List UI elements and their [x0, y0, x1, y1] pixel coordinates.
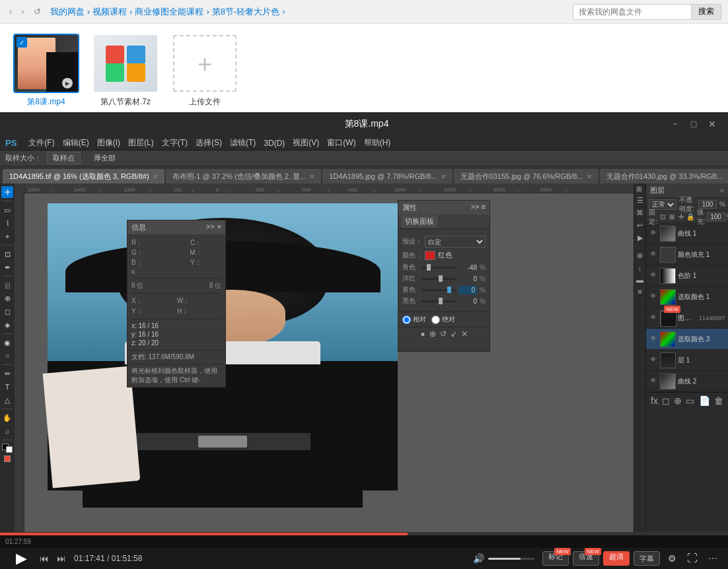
ps-menu-view[interactable]: 视图(V) — [293, 137, 319, 149]
add-layer-style[interactable]: fx — [651, 395, 658, 406]
add-adjustment[interactable]: ⊕ — [674, 395, 682, 406]
strip-icon-histogram[interactable]: ▬ — [636, 276, 643, 284]
tab-close-2[interactable]: ✕ — [441, 173, 446, 180]
ps-tab-4[interactable]: 无题合作01430.jpg @ 33.3%/RGB... ✕ — [600, 169, 728, 184]
tool-eyedropper[interactable]: ✒ — [1, 261, 13, 273]
tool-crop[interactable]: ⊡ — [1, 248, 13, 260]
visibility-eye[interactable]: 👁 — [649, 356, 658, 365]
lock-transparent[interactable]: ⊡ — [660, 213, 665, 220]
new-layer[interactable]: 📄 — [699, 395, 710, 406]
ps-tab-2[interactable]: 1D4A1895.jpg @ 7.78%/RGB/8... ✕ — [322, 169, 452, 184]
tool-brush[interactable]: ⌻ — [1, 279, 13, 291]
visibility-eye[interactable]: 👁 — [649, 377, 658, 386]
ps-tab-1[interactable]: 布布照-1 @ 37.2% (也信/叠加颜色 2, 显... ✕ — [166, 169, 321, 184]
ps-menu-image[interactable]: 图像(I) — [97, 137, 120, 149]
info-panel-expand[interactable]: >> — [206, 222, 215, 232]
lock-all[interactable]: 🔒 — [686, 213, 694, 220]
tool-marquee[interactable]: ▭ — [1, 204, 13, 216]
layer-curves1[interactable]: 👁 曲线 1 — [646, 223, 728, 244]
add-mask[interactable]: ◻ — [662, 395, 670, 406]
ps-menu-window[interactable]: 窗口(W) — [327, 137, 355, 149]
radio-absolute[interactable] — [431, 316, 440, 324]
strip-icon-delete[interactable]: ✕ — [637, 288, 643, 296]
visibility-eye[interactable]: 👁 — [649, 335, 658, 344]
tool-pen[interactable]: ✏ — [1, 368, 13, 380]
more-button[interactable]: ⋯ — [708, 553, 717, 564]
nav-refresh[interactable]: ↺ — [34, 7, 41, 17]
tool-clone[interactable]: ⊕ — [1, 292, 13, 304]
layer-colorfill1[interactable]: 👁 颜色填充 1 — [646, 244, 728, 265]
play-button[interactable]: ▶ — [11, 548, 32, 569]
layer-curves2[interactable]: 👁 曲线 2 — [646, 371, 728, 392]
tool-text[interactable]: T — [1, 381, 13, 393]
fill-input[interactable] — [707, 213, 725, 221]
ps-tab-3[interactable]: 无题合作03155.jpg @ 76.6%/RGB/8... ✕ — [454, 169, 599, 184]
tab-close-0[interactable]: ✕ — [153, 173, 158, 180]
ps-menu-type[interactable]: 文字(T) — [162, 137, 188, 149]
search-button[interactable]: 搜索 — [692, 4, 721, 20]
ps-menu-help[interactable]: 帮助(H) — [364, 137, 391, 149]
next-button[interactable]: ⏭ — [57, 553, 66, 564]
settings-button[interactable]: ⚙ — [668, 553, 676, 564]
restore-button[interactable]: □ — [688, 119, 699, 129]
color-panel-tab[interactable]: 切换面板 — [401, 215, 438, 228]
quality-button[interactable]: 超清 — [603, 551, 630, 566]
ps-menu-select[interactable]: 选择(S) — [196, 137, 222, 149]
tool-size-dropdown[interactable]: 取样点 — [47, 152, 81, 164]
delete-layer[interactable]: 🗑 — [714, 395, 723, 406]
visibility-eye[interactable]: 👁 — [649, 271, 658, 281]
tool-lasso[interactable]: ⌇ — [1, 217, 13, 229]
mark-button[interactable]: 标记 NEW — [542, 551, 569, 566]
close-button[interactable]: ✕ — [707, 119, 717, 129]
tool-eraser[interactable]: ◻ — [1, 306, 13, 318]
progress-bar[interactable] — [0, 533, 728, 535]
panel-icon-1[interactable]: ● — [420, 329, 425, 339]
color-preset-select[interactable]: 白定 — [425, 236, 486, 248]
nav-level2[interactable]: 商业修图全能课程 — [135, 6, 203, 18]
file-item-upload[interactable]: ＋ 上传文件 — [172, 34, 238, 108]
color-panel-expand[interactable]: >> ≡ — [471, 203, 486, 213]
visibility-eye[interactable]: 👁 — [649, 292, 658, 302]
layers-menu[interactable]: ≡ — [720, 187, 724, 194]
ps-tab-0[interactable]: 1D4A1895.tif @ 16% (选取颜色 3, RGB/8#) ✕ — [3, 169, 164, 184]
nav-level3[interactable]: 第8节-轻奢大片色 — [212, 6, 280, 18]
tool-move[interactable]: ✛ — [1, 186, 13, 198]
new-group[interactable]: ▭ — [686, 395, 694, 406]
visibility-eye[interactable]: 👁 — [649, 229, 658, 238]
layer-1[interactable]: 👁 层 1 — [646, 350, 728, 371]
canvas-inner[interactable]: 信息 >> × R： C： G： — [24, 193, 634, 532]
search-input[interactable] — [573, 4, 692, 20]
prev-button[interactable]: ⏮ — [40, 553, 49, 564]
tool-hand[interactable]: ✋ — [1, 412, 13, 424]
radio-relative[interactable] — [402, 316, 411, 324]
strip-icon-share[interactable]: ⊗ — [637, 251, 643, 260]
magenta-slider[interactable] — [421, 278, 456, 280]
layer-selectivecolor3[interactable]: 👁 选取颜色 3 — [646, 329, 728, 350]
volume-icon[interactable]: 🔊 — [473, 553, 484, 564]
layer-selectivecolor1[interactable]: 👁 选取颜色 1 — [646, 286, 728, 308]
ps-menu-filter[interactable]: 滤镜(T) — [230, 137, 256, 149]
strip-icon-download[interactable]: ↓ — [638, 264, 642, 272]
visibility-eye[interactable]: 👁 — [649, 250, 658, 259]
ps-menu-layer[interactable]: 图层(L) — [128, 137, 154, 149]
panel-icon-3[interactable]: ↺ — [440, 329, 447, 339]
ps-canvas[interactable]: 1500 1400 1300 100 0 600 500 400 3000 35… — [15, 184, 634, 532]
fullscreen-button[interactable]: ⛶ — [687, 552, 698, 564]
yellow-slider[interactable] — [421, 289, 456, 291]
tab-close-3[interactable]: ✕ — [587, 173, 592, 180]
panel-icon-5[interactable]: ✕ — [461, 329, 468, 339]
volume-bar[interactable] — [488, 558, 534, 560]
visibility-eye[interactable]: 👁 — [649, 314, 658, 323]
panel-icon-4[interactable]: ↙ — [451, 329, 457, 339]
tool-magic-wand[interactable]: ⌖ — [1, 230, 13, 242]
ps-menu-file[interactable]: 文件(F) — [28, 137, 54, 149]
subtitle-button[interactable]: 字幕 — [634, 551, 660, 566]
cyan-slider[interactable] — [421, 267, 456, 269]
minimize-button[interactable]: － — [670, 119, 680, 129]
black-slider[interactable] — [421, 300, 456, 302]
layer-5[interactable]: 👁 NEW 图层 5 11448987 — [646, 308, 728, 329]
lock-position[interactable]: ✛ — [678, 213, 684, 220]
file-item-archive[interactable]: 第八节素材.7z — [92, 34, 159, 108]
nav-forward[interactable]: › — [21, 7, 24, 17]
layer-levels1[interactable]: 👁 色阶 1 — [646, 265, 728, 286]
